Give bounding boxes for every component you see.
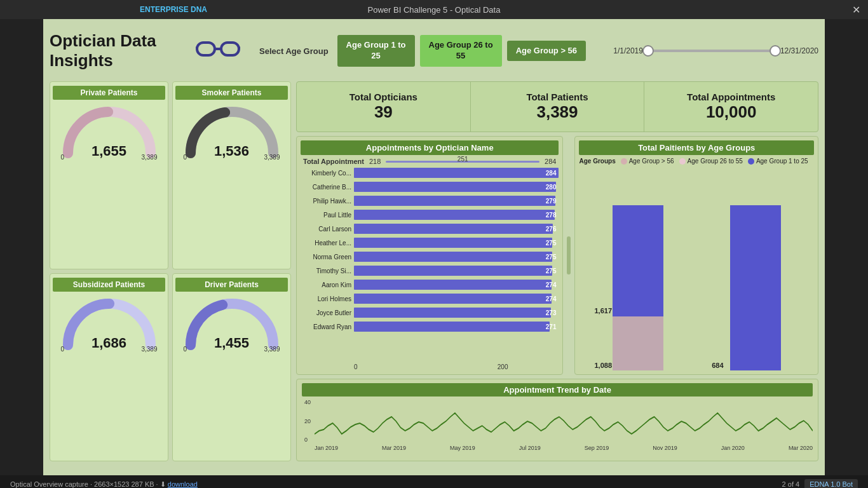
gauge-subsidized-title: Subsidized Patients (53, 278, 165, 292)
bar-value-label: 274 (546, 295, 557, 302)
kpi-row: Total Opticians 39 Total Patients 3,389 … (296, 81, 818, 132)
x-may2019: May 2019 (450, 445, 475, 451)
age-group-stacked-chart: Total Paitients by Age Groups Age Groups… (574, 136, 818, 375)
bar-row: Heather Le... 275 (301, 236, 559, 249)
trend-title: Appointment Trend by Date (302, 383, 813, 396)
bar-chart-body: Kimberly Co... 284 Catherine B... 280 Ph… (301, 166, 559, 363)
bar-fill (354, 322, 550, 332)
gauge-smoker-title: Smoker Patients (175, 86, 288, 100)
bar-name: Timothy Si... (301, 268, 351, 274)
bar-fill (354, 210, 555, 220)
date-thumb-left[interactable] (642, 45, 654, 57)
stacked-bar-2-value: 684 (712, 362, 723, 369)
bar-name: Kimberly Co... (301, 170, 351, 177)
stacked-bar-1: 1,617 1,088 (592, 205, 684, 370)
bar-fill (354, 308, 551, 318)
kpi-total-opticians: Total Opticians 39 (297, 82, 471, 132)
bar-fill (354, 238, 552, 248)
bar-row: Kimberly Co... 284 (301, 166, 559, 179)
date-range-section: 1/1/2019 12/31/2020 (613, 46, 818, 55)
x-jul2019: Jul 2019 (519, 445, 541, 451)
legend-dot-56 (621, 158, 627, 165)
date-slider[interactable] (648, 50, 775, 52)
x-mar2019: Mar 2019 (382, 445, 406, 451)
gauge-subsidized-min: 0 (61, 346, 65, 353)
bar-fill (354, 252, 552, 262)
gauge-subsidized-patients: Subsidized Patients 1,686 0 3,389 (50, 273, 168, 461)
bar-value-label: 274 (546, 281, 557, 288)
age-btn-56plus[interactable]: Age Group > 56 (507, 41, 586, 62)
age-group-chart-title: Total Paitients by Age Groups (579, 140, 814, 155)
legend-item-1-25: Age Group 1 to 25 (748, 158, 808, 165)
bar-name: Lori Holmes (301, 295, 351, 302)
bar-row: Catherine B... 280 (301, 180, 559, 193)
bar-value-label: 275 (546, 240, 557, 247)
stacked-segment-pink-1 (613, 316, 663, 370)
titlebar: ENTERPRISE DNA Power BI Challenge 5 - Op… (0, 0, 868, 19)
trend-chart: Appointment Trend by Date 40 20 0 Jan 20… (296, 379, 818, 461)
gauge-private-patients: Private Patients 1,655 0 3,389 (50, 81, 168, 269)
stacked-bar-1-value-top: 1,617 (594, 307, 612, 315)
bar-outer: 275 (354, 266, 559, 276)
bar-outer: 278 (354, 210, 559, 220)
stacked-legend: Age Groups Age Group > 56 Age Group 26 t… (579, 158, 814, 165)
download-link[interactable]: download (168, 480, 198, 488)
charts-row: Appointments by Optician Name Total Appo… (296, 136, 818, 375)
svg-rect-0 (197, 43, 215, 55)
bar-outer: 284 (354, 168, 559, 178)
trend-svg (315, 399, 813, 444)
legend-label-1-25: Age Group 1 to 25 (756, 158, 808, 165)
bar-fill (354, 280, 552, 290)
date-thumb-right[interactable] (770, 45, 781, 57)
bar-name: Edward Ryan (301, 323, 351, 330)
bar-fill (354, 294, 552, 304)
titlebar-logo: ENTERPRISE DNA (140, 5, 207, 14)
trend-y-labels: 40 20 0 (304, 399, 311, 443)
bar-outer: 275 (354, 238, 559, 248)
bar-row: Norma Green 275 (301, 250, 559, 263)
appointments-chart-title: Appointments by Optician Name (301, 140, 559, 155)
kpi-patients-value: 3,389 (536, 102, 578, 122)
legend-label-26-55: Age Group 26 to 55 (688, 158, 743, 165)
file-info: Optical Overview capture · 2663×1523 287… (10, 480, 198, 489)
close-button[interactable]: ✕ (852, 4, 860, 16)
bar-axis: 0 200 (301, 363, 559, 370)
bar-name: Norma Green (301, 254, 351, 261)
content-area: Private Patients 1,655 0 3,389 Smoker Pa… (50, 81, 818, 461)
bar-name: Joyce Butler (301, 309, 351, 316)
stacked-bar-2: 684 (709, 205, 801, 370)
gauges-panel: Private Patients 1,655 0 3,389 Smoker Pa… (50, 81, 291, 461)
y-label-40: 40 (304, 399, 311, 405)
legend-label-56: Age Group > 56 (629, 158, 674, 165)
bar-row: Edward Ryan 271 (301, 320, 559, 333)
bar-name: Paul Little (301, 212, 351, 219)
bar-outer: 280 (354, 182, 559, 192)
age-btn-26-55[interactable]: Age Group 26 to55 (420, 35, 502, 67)
bar-outer: 273 (354, 308, 559, 318)
age-group-label: Select Age Group (259, 46, 329, 56)
gauge-smoker-value: 1,536 (214, 143, 249, 159)
gauge-smoker-svg: 1,536 0 3,389 (181, 102, 283, 159)
gauge-private-value: 1,655 (92, 143, 126, 159)
bar-value-label: 280 (546, 184, 557, 191)
header: Optician Data Insights Select Age Group … (50, 25, 818, 76)
bar-row: Timothy Si... 275 (301, 264, 559, 277)
gauge-smoker-min: 0 (184, 154, 187, 161)
bar-fill (354, 182, 556, 192)
bar-header-max: 284 (545, 158, 556, 165)
bar-outer: 274 (354, 280, 559, 290)
page-indicator: 2 of 4 (782, 480, 800, 488)
age-btn-1-25[interactable]: Age Group 1 to25 (337, 35, 415, 67)
bar-chart-header: Total Appointment 218 251 284 (301, 158, 559, 165)
dashboard-title: Optician Data Insights (50, 31, 189, 71)
bar-name: Aaron Kim (301, 281, 351, 288)
bottom-bar-right: 2 of 4 EDNA 1.0 Bot (782, 479, 858, 488)
bottom-bar: Optical Overview capture · 2663×1523 287… (0, 475, 868, 488)
bar-row: Philip Hawk... 279 (301, 194, 559, 207)
x-jan2019: Jan 2019 (315, 445, 338, 451)
kpi-patients-label: Total Patients (526, 92, 588, 102)
bar-value-label: 279 (546, 198, 557, 205)
gauge-driver-svg: 1,455 0 3,389 (181, 294, 283, 351)
bar-value-label: 275 (546, 268, 557, 274)
scrollbar[interactable] (567, 236, 571, 274)
